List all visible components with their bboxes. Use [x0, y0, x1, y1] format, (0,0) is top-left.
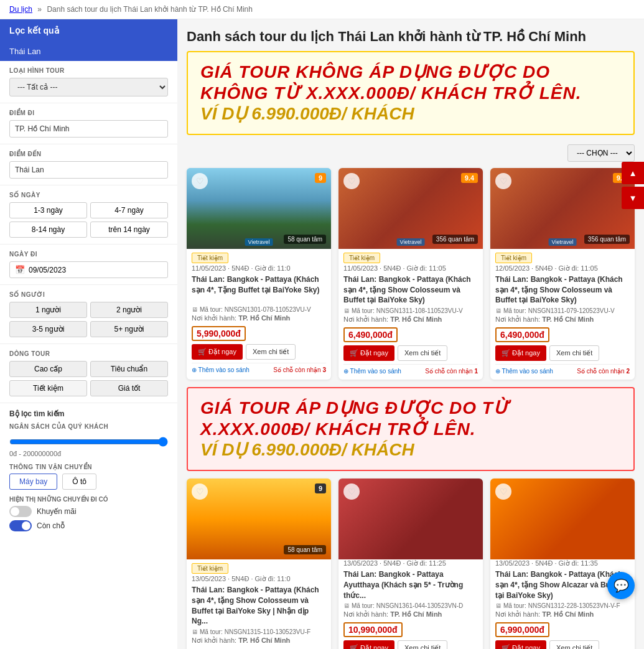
xem-chi-tiet-btn-2[interactable]: Xem chi tiết: [398, 345, 447, 361]
diem-di-input[interactable]: [9, 120, 168, 138]
noi-khoi-1: Nơi khởi hành: TP. Hồ Chí Minh: [192, 314, 326, 322]
dong-tour-gia-tot[interactable]: Giá tốt: [90, 380, 168, 396]
filter-loai-hinh-tour: LOẠI HÌNH TOUR --- Tất cả ---: [0, 61, 177, 103]
price-row-3: 6,490,000đ: [495, 327, 630, 342]
dong-tour-tieu-chuan[interactable]: Tiêu chuẩn: [90, 361, 168, 377]
heart-btn-2[interactable]: ♡: [343, 173, 360, 189]
action-row-5: 🛒 Đặt ngay Xem chi tiết: [343, 640, 478, 649]
heart-btn-5[interactable]: ♡: [343, 483, 360, 500]
transport-may-bay[interactable]: Máy bay: [9, 474, 57, 490]
so-ngay-4-7[interactable]: 4-7 ngày: [90, 202, 168, 218]
dat-ngay-btn-3[interactable]: 🛒 Đặt ngay: [495, 345, 546, 361]
ma-icon-4: 🖥: [192, 628, 198, 635]
ma-icon-6: 🖥: [495, 602, 502, 609]
tour-grid-row1: ♡ 9 58 quan tâm Vietravel Tiết kiệm 11/0…: [187, 168, 635, 380]
scroll-up-btn[interactable]: ▲: [622, 162, 644, 184]
main-content: Danh sách tour du lịch Thái Lan khởi hàn…: [177, 19, 644, 649]
so-ngay-8-14[interactable]: 8-14 ngày: [9, 222, 87, 238]
tour-title-4[interactable]: Thái Lan: Bangkok - Pattaya (Khách sạn 4…: [192, 585, 326, 627]
so-nguoi-3-5[interactable]: 3-5 người: [9, 321, 87, 337]
ma-tour-value-5: NNSGN1361-044-130523VN-D: [376, 602, 464, 609]
tour-title-2[interactable]: Thái Lan: Bangkok - Pattaya (Khách sạn 4…: [343, 274, 478, 306]
action-row-1: 🛒 Đặt ngay Xem chi tiết: [192, 344, 326, 360]
xem-chi-tiet-btn-1[interactable]: Xem chi tiết: [246, 344, 296, 360]
type-badge-4: Tiết kiệm: [192, 563, 228, 574]
transport-options: Máy bay Ô tô: [9, 474, 168, 490]
ngay-di-input[interactable]: [29, 266, 162, 274]
card-body-5: 13/05/2023 · 5N4Đ · Giờ đi: 11:25 Thái L…: [338, 559, 483, 649]
loai-hinh-tour-label: LOẠI HÌNH TOUR: [9, 67, 168, 74]
badge-views-3: 356 quan tâm: [584, 235, 630, 244]
card-img-5: ♡: [338, 479, 483, 559]
tour-title-3[interactable]: Thái Lan: Bangkok - Pattaya (Khách sạn 4…: [495, 274, 630, 306]
ma-tour-value-6: NNSGN1312-228-130523VN-V-F: [528, 602, 620, 609]
price-row-2: 6,490,000đ: [343, 327, 478, 342]
diem-den-input[interactable]: [9, 161, 168, 179]
action-row-2: 🛒 Đặt ngay Xem chi tiết: [343, 345, 478, 361]
them-vao-so-sanh-1[interactable]: ⊕ Thêm vào so sánh: [192, 367, 250, 373]
price-row-5: 10,990,000đ: [343, 622, 478, 637]
xem-chi-tiet-btn-5[interactable]: Xem chi tiết: [398, 640, 447, 649]
compare-row-1: ⊕ Thêm vào so sánh Số chỗ còn nhận 3: [192, 363, 326, 373]
ma-icon-1: 🖥: [192, 306, 198, 313]
sort-select[interactable]: --- CHỌN ---: [567, 144, 635, 162]
card-img-6: ♡: [490, 479, 635, 559]
dong-tour-tiet-kiem[interactable]: Tiết kiệm: [9, 380, 87, 396]
budget-slider[interactable]: [9, 437, 168, 447]
so-ngay-1-3[interactable]: 1-3 ngày: [9, 202, 87, 218]
tour-title-5[interactable]: Thái Lan: Bangkok - Pattaya Ayutthaya (K…: [343, 569, 478, 600]
xem-chi-tiet-btn-6[interactable]: Xem chi tiết: [549, 640, 599, 649]
noi-khoi-5: Nơi khởi hành: TP. Hồ Chí Minh: [343, 610, 478, 619]
heart-btn-3[interactable]: ♡: [495, 173, 511, 189]
so-nguoi-5plus[interactable]: 5+ người: [90, 321, 168, 337]
ngay-di-label: NGÀY ĐI: [9, 251, 168, 258]
filter-so-nguoi: SỐ NGƯỜI 1 người 2 người 3-5 người 5+ ng…: [0, 285, 177, 344]
scroll-down-btn[interactable]: ▼: [622, 187, 644, 209]
ma-tour-label-4: Mã tour:: [200, 628, 223, 635]
dat-ngay-btn-2[interactable]: 🛒 Đặt ngay: [343, 345, 394, 361]
dong-tour-cao-cap[interactable]: Cao cấp: [9, 361, 87, 377]
bo-loc-title: Bộ lọc tìm kiếm: [9, 409, 168, 418]
ma-tour-6: 🖥 Mã tour: NNSGN1312-228-130523VN-V-F: [495, 602, 630, 609]
toggle-khuyen-mai[interactable]: [9, 506, 32, 517]
card-img-1: ♡ 9 58 quan tâm Vietravel: [187, 168, 331, 249]
so-ngay-tren-14[interactable]: trên 14 ngày: [90, 222, 168, 238]
type-badge-2: Tiết kiệm: [343, 253, 380, 263]
diem-den-label: ĐIỂM ĐẾN: [9, 151, 168, 157]
so-nguoi-2[interactable]: 2 người: [90, 302, 168, 318]
diem-di-label: ĐIỂM ĐI: [9, 110, 168, 116]
ma-tour-label-5: Mã tour:: [352, 602, 375, 609]
dat-ngay-btn-5[interactable]: 🛒 Đặt ngay: [343, 640, 394, 649]
tour-title-1[interactable]: Thái Lan: Bangkok - Pattaya (Khách sạn 4…: [192, 274, 326, 304]
toggle-con-cho[interactable]: [9, 520, 32, 531]
chat-btn[interactable]: 💬: [607, 572, 635, 599]
breadcrumb-home[interactable]: Du lịch: [9, 5, 32, 14]
active-filter-thai-lan[interactable]: Thái Lan: [0, 42, 177, 61]
toggle-khuyen-mai-label: Khuyến mãi: [37, 507, 77, 516]
ma-tour-value-3: NNSGN1311-079-120523VU-V: [528, 307, 615, 314]
heart-btn-1[interactable]: ♡: [192, 173, 208, 189]
xem-chi-tiet-btn-3[interactable]: Xem chi tiết: [549, 345, 599, 361]
them-vao-so-sanh-3[interactable]: ⊕ Thêm vào so sánh: [495, 368, 553, 375]
badge-num-4: 9: [315, 483, 326, 493]
dat-ngay-btn-1[interactable]: 🛒 Đặt ngay: [192, 344, 243, 360]
heart-btn-6[interactable]: ♡: [495, 483, 511, 500]
sort-row: --- CHỌN ---: [187, 144, 635, 162]
badge-score-1: 9: [315, 173, 326, 183]
loai-hinh-tour-select[interactable]: --- Tất cả ---: [9, 78, 168, 96]
sidebar: Lọc kết quả Thái Lan LOẠI HÌNH TOUR --- …: [0, 19, 177, 649]
heart-btn-4[interactable]: ♡: [192, 483, 208, 500]
card-body-1: 11/05/2023 · 5N4Đ · Giờ đi: 11:0 Thái La…: [187, 264, 331, 378]
promo-top-line3: VÍ DỤ 6.990.000Đ/ KHÁCH: [200, 103, 621, 124]
so-nguoi-1[interactable]: 1 người: [9, 302, 87, 318]
vietravel-logo-1: Vietravel: [245, 238, 273, 246]
card-img-4: ♡ 9 58 quan tâm: [187, 479, 331, 559]
dat-ngay-btn-6[interactable]: 🛒 Đặt ngay: [495, 640, 546, 649]
tour-date-1: 11/05/2023 · 5N4Đ · Giờ đi: 11:0: [192, 264, 326, 273]
badge-views-2: 356 quan tâm: [432, 235, 478, 244]
toggle-con-cho-row: Còn chỗ: [9, 520, 168, 531]
transport-o-to[interactable]: Ô tô: [62, 474, 96, 490]
them-vao-so-sanh-2[interactable]: ⊕ Thêm vào so sánh: [343, 368, 401, 375]
card-body-3: 12/05/2023 · 5N4Đ · Giờ đi: 11:05 Thái L…: [490, 264, 635, 380]
tour-card-4: ♡ 9 58 quan tâm Tiết kiệm 13/05/2023 · 5…: [187, 479, 331, 649]
